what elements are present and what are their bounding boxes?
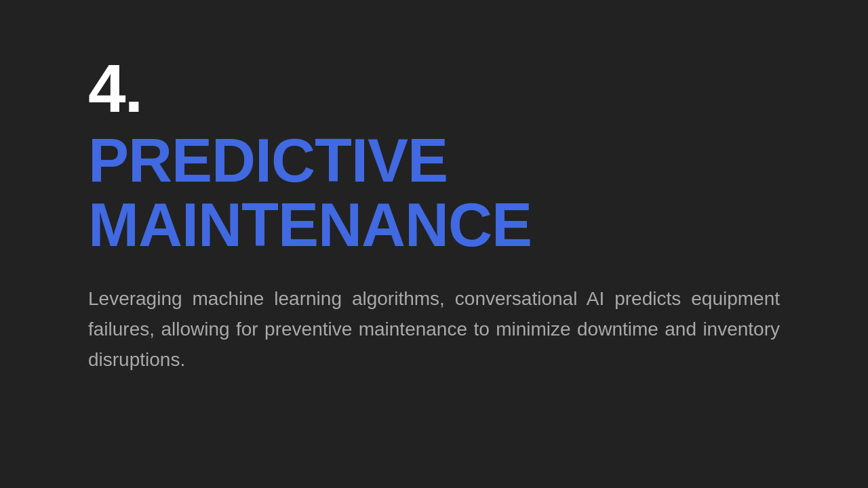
slide-number: 4. <box>88 54 780 122</box>
title-line1: PREDICTIVE <box>88 129 780 193</box>
slide: 4. PREDICTIVE MAINTENANCE Leveraging mac… <box>0 0 868 488</box>
title-line2: MAINTENANCE <box>88 193 780 258</box>
description: Leveraging machine learning algorithms, … <box>88 284 780 375</box>
title-block: PREDICTIVE MAINTENANCE <box>88 129 780 257</box>
